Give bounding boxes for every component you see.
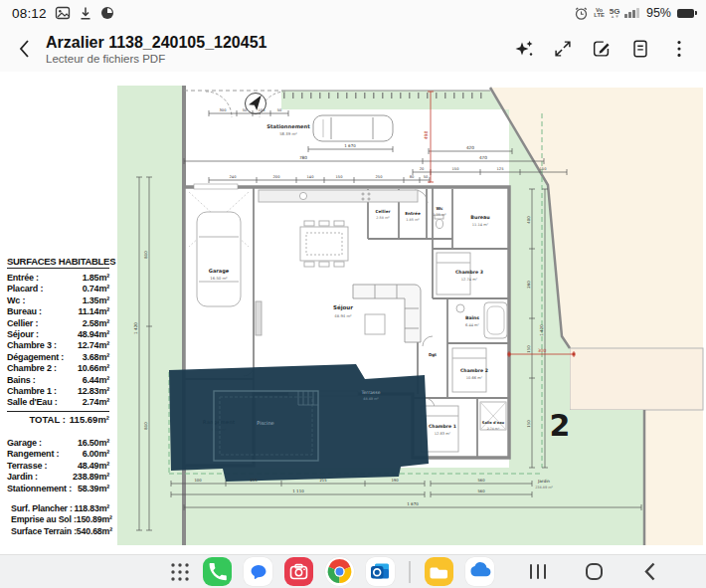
onedrive-app-icon[interactable] — [465, 557, 494, 586]
svg-text:20: 20 — [420, 167, 425, 171]
table-row: Séjour :48.94m² — [7, 329, 109, 340]
svg-text:810: 810 — [143, 422, 148, 430]
room-label: Wc — [436, 206, 443, 211]
svg-text:200: 200 — [273, 175, 281, 179]
jardin-label: Jardin — [537, 479, 550, 484]
back-nav-button[interactable] — [642, 561, 657, 582]
svg-text:150: 150 — [540, 167, 548, 171]
room-label: Dgt — [429, 352, 437, 357]
table-row: Bureau :11.14m² — [7, 306, 109, 317]
annex-table: Garage :16.50m² Rangement :6.00m² Terras… — [7, 438, 109, 494]
recents-button[interactable] — [530, 564, 547, 579]
room-label: Chambre 3 — [455, 270, 483, 275]
outlook-app-icon[interactable] — [366, 557, 395, 586]
room-label: Salle d'eau — [482, 421, 505, 425]
table-row: Cellier :2.58m² — [7, 318, 109, 329]
svg-text:16.50 m²: 16.50 m² — [210, 276, 228, 281]
sparkles-icon — [513, 38, 535, 60]
table-row: Salle d'Eau :2.74m² — [7, 397, 109, 408]
table-row: Surface Terrain :540.68m² — [11, 526, 109, 537]
home-button[interactable] — [586, 563, 603, 580]
table-row: Emprise au Sol :150.89m² — [11, 514, 109, 525]
floor-plan-svg: Stationnement 58.39 m² — [114, 78, 706, 554]
svg-text:215: 215 — [319, 478, 327, 483]
annotate-button[interactable] — [590, 37, 614, 61]
room-label: Séjour — [333, 304, 353, 311]
svg-text:300: 300 — [220, 108, 228, 112]
apps-grid-icon — [169, 561, 191, 583]
svg-text:12.74 m²: 12.74 m² — [461, 278, 478, 282]
svg-text:50: 50 — [277, 108, 282, 112]
svg-text:470: 470 — [479, 155, 487, 160]
table-row: Wc :1.35m² — [7, 295, 109, 306]
app-notification-icon — [100, 6, 114, 20]
clock: 08:12 — [12, 6, 47, 21]
phone-app-icon[interactable] — [203, 557, 232, 586]
shower — [480, 402, 506, 430]
surfaces-title: SURFACES HABITABLES — [7, 256, 109, 269]
floor-plan-page[interactable]: Stationnement 58.39 m² — [114, 78, 706, 554]
camera-app-icon[interactable] — [284, 557, 313, 586]
terrace-highlight-overlay: Piscine Terrasse 48.49 m² — [169, 364, 429, 482]
svg-text:2.58 m²: 2.58 m² — [376, 216, 390, 220]
phone-screen: 08:12 VoLTE 5G▲▼ — [0, 0, 706, 588]
app-name: Lecteur de fichiers PDF — [46, 52, 512, 66]
table-row: Entrée :1.85m² — [7, 273, 109, 284]
svg-text:400: 400 — [526, 216, 531, 224]
expand-icon — [552, 38, 574, 60]
battery-percentage: 95% — [646, 6, 671, 20]
svg-text:1 670: 1 670 — [344, 143, 356, 148]
kebab-menu-icon — [668, 38, 690, 60]
table-row: Chambre 3 :12.74m² — [7, 340, 109, 351]
chrome-app-icon[interactable] — [325, 557, 354, 586]
svg-text:1 420: 1 420 — [133, 322, 138, 334]
svg-text:420: 420 — [466, 145, 474, 150]
back-button[interactable] — [10, 34, 40, 64]
document-title: Arzalier 1138_240105_120451 — [46, 33, 512, 52]
svg-text:240: 240 — [230, 175, 238, 179]
bathtub — [484, 302, 507, 338]
svg-text:1.35 m²: 1.35 m² — [433, 213, 446, 217]
my-files-app-icon[interactable] — [425, 557, 453, 586]
svg-text:100: 100 — [194, 478, 202, 483]
tv-cabinet — [256, 301, 262, 335]
ai-assist-button[interactable] — [512, 37, 536, 61]
svg-text:48.49 m²: 48.49 m² — [363, 397, 379, 401]
more-options-button[interactable] — [667, 37, 691, 61]
messages-app-icon[interactable] — [244, 557, 272, 586]
svg-text:150: 150 — [526, 420, 531, 428]
svg-text:6.44 m²: 6.44 m² — [465, 323, 480, 327]
svg-text:2.74 m²: 2.74 m² — [487, 427, 500, 431]
stationnement-label: Stationnement — [266, 123, 310, 129]
svg-text:1 110: 1 110 — [292, 489, 304, 493]
page-view-button[interactable] — [628, 37, 652, 61]
svg-text:260: 260 — [526, 281, 531, 289]
room-label: Bureau — [470, 215, 490, 220]
table-row: Rangement :6.00m² — [7, 449, 109, 460]
pdf-viewer-header: Arzalier 1138_240105_120451 Lecteur de f… — [0, 26, 706, 72]
folder-icon — [425, 557, 453, 586]
room-label: Chambre 1 — [429, 424, 456, 429]
svg-text:810: 810 — [143, 251, 148, 259]
table-row: Surf. Plancher :118.83m² — [11, 503, 109, 514]
fullscreen-button[interactable] — [551, 37, 575, 61]
svg-text:1.85 m²: 1.85 m² — [406, 218, 420, 222]
svg-text:238.89 m²: 238.89 m² — [535, 486, 553, 490]
back-chevron-icon — [642, 561, 657, 582]
svg-text:50: 50 — [243, 108, 248, 112]
surfaces-table: SURFACES HABITABLES Entrée :1.85m² Placa… — [7, 256, 109, 537]
download-notification-icon — [79, 6, 92, 21]
svg-text:560: 560 — [477, 478, 485, 483]
pdf-content-area: SURFACES HABITABLES Entrée :1.85m² Placa… — [0, 72, 706, 554]
svg-text:11.14 m²: 11.14 m² — [472, 223, 489, 227]
room-label: Cellier — [375, 209, 391, 214]
dining-table — [300, 221, 348, 267]
document-title-block: Arzalier 1138_240105_120451 Lecteur de f… — [46, 33, 512, 66]
apps-grid-button[interactable] — [169, 561, 191, 583]
room-label: Chambre 2 — [460, 368, 488, 373]
signal-bars-icon — [624, 8, 639, 18]
battery-icon — [677, 9, 694, 18]
svg-text:48.94 m²: 48.94 m² — [334, 313, 352, 318]
svg-text:498: 498 — [424, 131, 429, 140]
terrasse-label: Terrasse — [361, 390, 381, 395]
